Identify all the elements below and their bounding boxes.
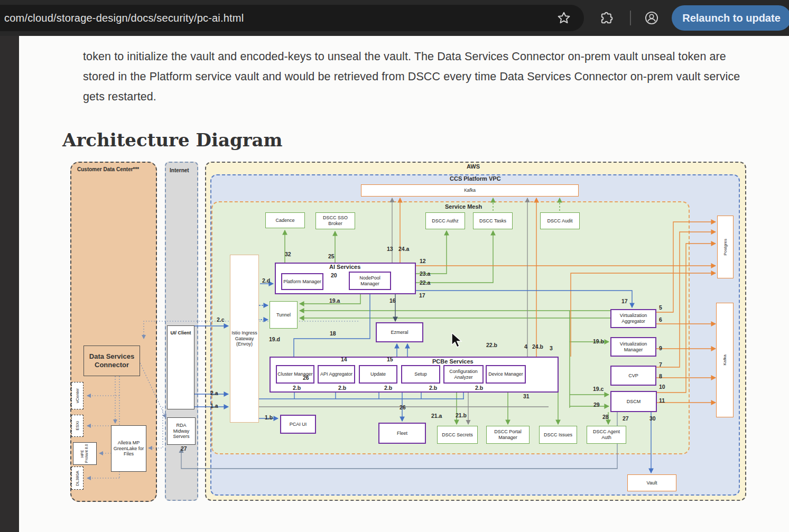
- node-istio-ingress-gateway: Istio Ingress Gateway (Envoy): [230, 255, 259, 423]
- node-dscc-sso-broker: DSCC SSO Broker: [315, 212, 355, 229]
- node-kafka-right: Kafka: [716, 303, 734, 417]
- node-configuration-analyzer: Configuration Analyzer: [443, 365, 484, 384]
- connection-label: 2.a: [210, 390, 218, 396]
- connection-label: 29: [593, 402, 600, 408]
- connection-label: 19.d: [269, 336, 280, 342]
- connection-label: 2.b: [475, 385, 483, 391]
- node-dscm: DSCM: [610, 391, 657, 412]
- zone-label-service-mesh: Service Mesh: [445, 203, 482, 210]
- node-data-services-connector: Data Services Connector: [83, 346, 140, 376]
- connection-label: 27: [181, 445, 187, 452]
- url-text: com/cloud/storage-design/docs/security/p…: [0, 12, 244, 24]
- connection-label: 27: [623, 415, 629, 422]
- connection-label: 14: [341, 356, 347, 362]
- connection-label: 17: [419, 292, 425, 298]
- connection-label: 30: [649, 415, 656, 422]
- connection-label: 1.b: [265, 414, 273, 421]
- node-cvp: CVP: [610, 366, 656, 386]
- connection-label: 17: [621, 298, 628, 304]
- node-device-manager: Device Manager: [486, 365, 526, 384]
- connection-label: 28: [602, 414, 609, 420]
- connection-label: 10: [659, 384, 665, 390]
- connection-label: 15: [387, 356, 393, 362]
- node-cadence: Cadence: [265, 212, 305, 228]
- zone-label-internet: Internet: [170, 167, 189, 173]
- connection-label: 31: [523, 393, 530, 399]
- profile-icon[interactable]: [644, 11, 659, 25]
- connection-label: 24.b: [532, 343, 543, 350]
- node-update: Update: [359, 365, 397, 384]
- connection-label: 23.a: [420, 270, 430, 277]
- node-kafka-top: Kafka: [361, 184, 579, 197]
- node-virtualization-manager: Virtualization Manager: [610, 337, 656, 357]
- body-paragraph: token to initialize the vault and encode…: [83, 46, 755, 107]
- node-dscc-authz: DSCC Authz: [425, 212, 465, 229]
- browser-toolbar: com/cloud/storage-design/docs/security/p…: [0, 0, 789, 36]
- relaunch-to-update-button[interactable]: Relaunch to update: [672, 5, 789, 31]
- node-dscc-agent-auth: DSCC Agent Auth: [587, 426, 626, 444]
- connection-label: 19.c: [593, 386, 604, 392]
- connection-label: 6: [659, 316, 662, 323]
- node-rda-midway-servers: RDA Midway Servers: [167, 417, 196, 445]
- bookmark-star-icon[interactable]: [556, 11, 571, 25]
- connection-label: 21.b: [456, 412, 467, 418]
- node-dscc-portal-manager: DSCC Portal Manager: [486, 426, 530, 444]
- url-bar[interactable]: com/cloud/storage-design/docs/security/p…: [0, 5, 584, 31]
- connection-label: 2.b: [293, 385, 301, 391]
- node-platform-manager: Platform Manager: [281, 273, 323, 290]
- pcbe-services-title: PCBe Services: [432, 358, 474, 365]
- connection-label: 19.a: [329, 297, 340, 304]
- connection-label: 32: [285, 251, 291, 257]
- connection-label: 24.a: [398, 246, 409, 252]
- node-hpe-proliant: HPE Proliant 8.0: [73, 442, 97, 465]
- zone-label-customer-dc: Customer Data Center***: [77, 166, 139, 172]
- page-title: Architecture Diagram: [62, 129, 283, 151]
- node-fleet: Fleet: [378, 423, 426, 444]
- connection-label: 19.b: [593, 338, 604, 344]
- connection-label: 8: [659, 373, 662, 379]
- connection-label: 5: [659, 304, 662, 311]
- node-api-aggregator: API Aggregator: [318, 365, 355, 384]
- node-vault: Vault: [627, 474, 676, 491]
- zone-label-aws: AWS: [467, 163, 480, 170]
- extensions-puzzle-icon[interactable]: [599, 11, 614, 25]
- connection-label: 2.d: [262, 277, 270, 284]
- connection-label: 2.b: [384, 385, 392, 391]
- node-dscc-issues: DSCC Issues: [539, 426, 577, 444]
- connection-label: 2.c: [217, 316, 225, 323]
- connection-label: 9: [659, 345, 662, 351]
- node-dscc-tasks: DSCC Tasks: [473, 212, 513, 229]
- connection-label: 7: [659, 361, 662, 368]
- connection-label: 11: [659, 397, 665, 404]
- connection-label: 26: [400, 404, 406, 410]
- connection-label: 18: [330, 330, 336, 337]
- node-setup: Setup: [401, 365, 440, 384]
- connection-label: 2.b: [338, 385, 346, 391]
- connection-label: 4: [524, 343, 527, 350]
- node-dl380a: DL380A: [71, 466, 83, 490]
- node-alletra-mp-greenlake: Alletra MP GreenLake for Files: [111, 425, 146, 472]
- connection-label: 12: [420, 258, 426, 264]
- connection-label: 1.a: [210, 403, 218, 409]
- connection-label: 26: [303, 375, 309, 381]
- connection-label: 2.b: [429, 385, 437, 391]
- node-dscc-secrets: DSCC Secrets: [437, 426, 478, 444]
- node-dscc-audit: DSCC Audit: [540, 212, 580, 229]
- node-ezmeral: Ezmeral: [376, 322, 423, 342]
- node-ui-client: UI/ Client: [167, 325, 194, 409]
- left-dark-panel: [0, 36, 19, 532]
- zone-label-vpc: CCS Platform VPC: [450, 175, 501, 182]
- connection-label: 20: [331, 272, 337, 278]
- node-tunnel: Tunnel: [270, 301, 298, 329]
- node-pcai-ui: PCAI UI: [280, 415, 316, 434]
- node-nodepool-manager: NodePool Manager: [349, 272, 391, 290]
- ai-services-title: AI Services: [329, 264, 360, 270]
- node-esxi: ESXi: [71, 415, 83, 437]
- connection-label: 13: [387, 246, 393, 252]
- connection-label: 16: [389, 297, 396, 304]
- node-postgres: Postgres: [717, 216, 734, 278]
- connection-label: 22.b: [486, 342, 497, 348]
- mouse-cursor: [451, 333, 465, 348]
- connection-label: 21.a: [431, 413, 442, 419]
- node-vcenter: vCenter: [71, 382, 83, 409]
